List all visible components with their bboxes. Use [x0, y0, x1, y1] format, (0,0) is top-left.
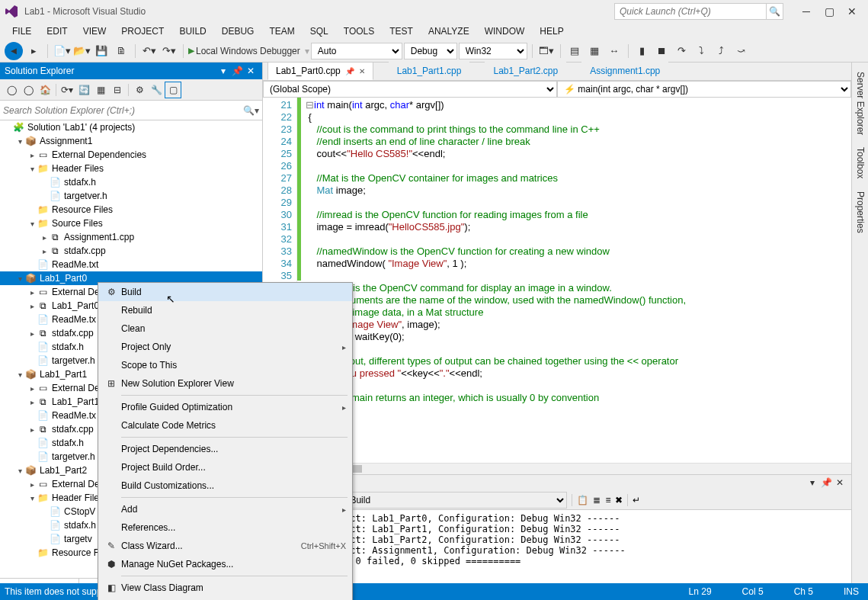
side-tab-server-explorer[interactable]: Server Explorer [854, 67, 867, 140]
code-content[interactable]: ⊟int main(int argc, char* argv[]) { //co… [301, 98, 851, 463]
toolbar-icon-7[interactable]: ↷ [673, 42, 691, 60]
output-wrap-button[interactable]: ↵ [633, 495, 640, 505]
output-close-button[interactable]: ✕ [833, 477, 847, 488]
menu-file[interactable]: FILE [5, 24, 39, 38]
scope-left-select[interactable]: (Global Scope) [263, 81, 557, 98]
scope-right-select[interactable]: ⚡ main(int argc, char * argv[]) [557, 81, 851, 98]
tree-item[interactable]: 📄targetver.h [0, 189, 262, 203]
panel-close-button[interactable]: ✕ [244, 66, 258, 76]
context-manage-nuget-packages[interactable]: ⬢Manage NuGet Packages... [98, 555, 352, 573]
undo-button[interactable]: ↶▾ [140, 42, 159, 60]
toolbar-icon-8[interactable]: ⤵ [693, 42, 711, 60]
search-icon[interactable]: 🔍▾ [243, 105, 259, 116]
menu-team[interactable]: TEAM [261, 24, 302, 38]
output-from-select[interactable]: Build [346, 492, 567, 509]
nav-forward-button[interactable]: ▸ [24, 42, 43, 60]
side-tab-properties[interactable]: Properties [854, 187, 867, 238]
context-class-wizard[interactable]: ✎Class Wizard...Ctrl+Shift+X [98, 537, 352, 555]
se-refresh-button[interactable]: 🔄 [75, 82, 92, 98]
toolbar-icon-4[interactable]: ↔ [605, 42, 623, 60]
context-project-build-order[interactable]: Project Build Order... [98, 458, 352, 476]
nav-back-button[interactable]: ◄ [5, 42, 23, 60]
context-add[interactable]: Add▸ [98, 500, 352, 518]
quick-launch-input[interactable] [614, 3, 767, 20]
menu-build[interactable]: BUILD [171, 24, 213, 38]
side-tab-toolbox[interactable]: Toolbox [854, 143, 867, 183]
se-forward-button[interactable]: ◯ [20, 82, 37, 98]
context-profile-guided-optimization[interactable]: Profile Guided Optimization▸ [98, 398, 352, 416]
editor-tab[interactable]: Lab1_Part0.cpp📌✕ [267, 62, 373, 80]
save-button[interactable]: 💾 [92, 42, 111, 60]
se-collapse-button[interactable]: ⊟ [109, 82, 126, 98]
close-button[interactable]: ✕ [841, 4, 863, 19]
se-sync-button[interactable]: ⟳▾ [59, 82, 75, 98]
tree-item[interactable]: ▾📁Header Files [0, 162, 262, 175]
menu-debug[interactable]: DEBUG [214, 24, 262, 38]
menu-view[interactable]: VIEW [75, 24, 114, 38]
search-icon[interactable]: 🔍 [767, 3, 783, 20]
panel-dropdown-button[interactable]: ▾ [216, 66, 230, 76]
toolbar-icon-9[interactable]: ⤴ [713, 42, 731, 60]
se-properties-button[interactable]: ⚙ [131, 82, 148, 98]
tree-item[interactable]: ▸⧉stdafx.cpp [0, 244, 262, 258]
se-back-button[interactable]: ◯ [3, 82, 20, 98]
menu-analyze[interactable]: ANALYZE [421, 24, 477, 38]
platform-select[interactable]: Win32 [459, 43, 527, 59]
tree-item[interactable]: 📄stdafx.h [0, 175, 262, 189]
context-clean[interactable]: Clean [98, 319, 352, 338]
context-scope-to-this[interactable]: Scope to This [98, 356, 352, 374]
output-clear-button[interactable]: ✖ [615, 495, 623, 505]
menu-test[interactable]: TEST [382, 24, 421, 38]
editor-tab[interactable]: Lab1_Part1.cpp [389, 62, 470, 80]
context-rebuild[interactable]: Rebuild [98, 301, 352, 319]
new-project-button[interactable]: 📄▾ [53, 42, 71, 60]
context-build-customizations[interactable]: Build Customizations... [98, 476, 352, 495]
play-icon[interactable]: ▶ [188, 46, 194, 56]
maximize-button[interactable]: ▢ [818, 4, 841, 19]
toolbar-icon-10[interactable]: ⤻ [732, 42, 751, 60]
context-project-only[interactable]: Project Only▸ [98, 338, 352, 356]
tree-item[interactable]: ▾📦Assignment1 [0, 134, 262, 148]
context-build[interactable]: ⚙Build [98, 283, 352, 301]
output-next-button[interactable]: ≡ [605, 495, 610, 505]
project-context-menu[interactable]: ⚙BuildRebuildCleanProject Only▸Scope to … [98, 282, 353, 600]
tree-item[interactable]: 📁Resource Files [0, 203, 262, 217]
se-wrench-button[interactable]: 🔧 [148, 82, 165, 98]
menu-help[interactable]: HELP [532, 24, 571, 38]
output-prev-button[interactable]: ≣ [593, 495, 601, 505]
se-preview-button[interactable]: ▢ [165, 82, 181, 98]
redo-button[interactable]: ↷▾ [160, 42, 178, 60]
start-debug-button[interactable]: Local Windows Debugger [196, 46, 303, 56]
editor-tab[interactable]: Assignment1.cpp [581, 62, 668, 80]
save-all-button[interactable]: 🗎 [112, 42, 130, 60]
toolbar-icon-2[interactable]: ▤ [565, 42, 584, 60]
menu-project[interactable]: PROJECT [114, 24, 171, 38]
toolbar-icon-6[interactable]: ⏹ [653, 42, 671, 60]
context-new-solution-explorer-view[interactable]: ⊞New Solution Explorer View [98, 374, 352, 393]
build-config-select[interactable]: Debug [404, 43, 457, 59]
context-project-dependencies[interactable]: Project Dependencies... [98, 440, 352, 458]
output-goto-button[interactable]: 📋 [577, 495, 588, 505]
context-references[interactable]: References... [98, 518, 352, 537]
output-dropdown-button[interactable]: ▾ [806, 477, 819, 488]
open-file-button[interactable]: 📂▾ [72, 42, 91, 60]
menu-edit[interactable]: EDIT [39, 24, 75, 38]
panel-pin-button[interactable]: 📌 [230, 66, 244, 76]
tree-item[interactable]: ▸⧉Assignment1.cpp [0, 230, 262, 244]
context-view-class-diagram[interactable]: ◧View Class Diagram [98, 579, 352, 597]
toolbar-icon-3[interactable]: ▦ [585, 42, 604, 60]
tree-item[interactable]: 🧩Solution 'Lab1' (4 projects) [0, 120, 262, 134]
context-calculate-code-metrics[interactable]: Calculate Code Metrics [98, 416, 352, 435]
menu-sql[interactable]: SQL [303, 24, 336, 38]
menu-window[interactable]: WINDOW [477, 24, 533, 38]
tree-item[interactable]: ▸▭External Dependencies [0, 148, 262, 162]
se-showall-button[interactable]: ▦ [92, 82, 109, 98]
menu-tools[interactable]: TOOLS [336, 24, 382, 38]
toolbar-icon-1[interactable]: 🗔▾ [537, 42, 556, 60]
solution-config-select[interactable]: Auto [311, 43, 402, 59]
se-home-button[interactable]: 🏠 [37, 82, 53, 98]
output-pin-button[interactable]: 📌 [819, 477, 833, 488]
tree-item[interactable]: 📄ReadMe.txt [0, 258, 262, 271]
solution-explorer-search-input[interactable] [3, 102, 243, 119]
toolbar-icon-5[interactable]: ▮ [633, 42, 652, 60]
